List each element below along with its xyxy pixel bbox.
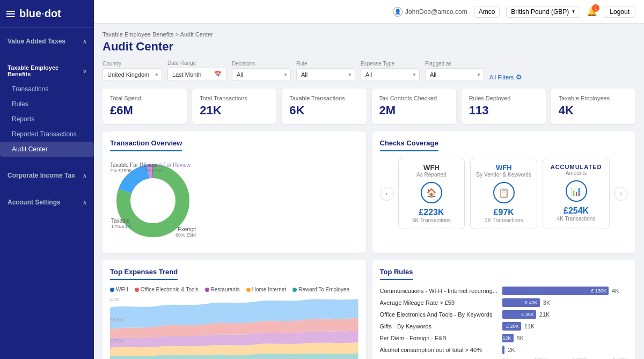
coverage-amount: £223K [404, 208, 459, 217]
coverage-item-1: WFH By Vendor & Keywords 📋 £97K 3K Trans… [470, 158, 537, 229]
rule-name: Office Electronics And Tools - By Keywor… [380, 311, 498, 318]
notification-button[interactable]: 🔔 1 [587, 6, 597, 17]
kpi-value: £6M [110, 104, 179, 118]
kpi-card-5: Taxable Employees 4K [551, 89, 635, 124]
all-filters-button[interactable]: All Filters ⚙ [489, 73, 522, 81]
sidebar-item-reported-transactions[interactable]: Reported Transactions [0, 127, 94, 142]
sidebar-header: blue·dot [0, 0, 94, 28]
rule-name: Gifts - By Keywords [380, 323, 498, 329]
user-email: JohnDoe@amco.com [405, 8, 467, 16]
donut-chart-container: Exempt For Review 1% £75K Taxable For Re… [110, 158, 358, 245]
coverage-title: WFH [404, 164, 459, 172]
checks-coverage-title: Checks Coverage [380, 139, 438, 151]
rule-bar-label: £ 40K [525, 300, 538, 305]
currency-button[interactable]: British Pound (GBP) ▼ [506, 6, 580, 18]
rule-bar-container: £ 3K 2K [502, 346, 628, 354]
chevron-down-icon: ∨ [83, 68, 86, 74]
table-row: Communications - WFH - Internet recurrin… [380, 287, 628, 295]
table-row: Gifts - By Keywords £ 20K 11K [380, 322, 628, 331]
filter-date-range: Date Range Last Month 📅 [167, 60, 226, 81]
expense-type-select[interactable]: All [361, 68, 420, 81]
sidebar-section-cit: Corporate Income Tax ∧ [0, 162, 94, 189]
rule-name: Per Diem - Foreign - F&B [380, 335, 498, 341]
donut-label-exempt: Exempt [175, 226, 196, 232]
rule-bar-container: £ 12K 8K [502, 334, 628, 342]
kpi-card-3: Tax Controls Checked 2M [372, 89, 456, 124]
content-area: Taxable Employee Benefits > Audit Center… [94, 24, 644, 359]
country-select[interactable]: United Kingdom [103, 68, 162, 81]
donut-label-taxable-review: Taxable For Review [110, 162, 157, 168]
rule-bar-container: £ 20K 11K [502, 322, 628, 331]
donut-label-taxable: Taxable [111, 218, 131, 224]
filter-icon: ⚙ [516, 73, 522, 81]
kpi-label: Rules Deployed [469, 95, 538, 101]
donut-chart: Exempt For Review 1% £75K Taxable For Re… [110, 158, 196, 245]
rule-bar-label: £ 20K [506, 324, 519, 329]
trend-legend: WFHOffice Electronic & ToolsRestaurantsH… [110, 287, 358, 292]
rules-table: Communications - WFH - Internet recurrin… [380, 287, 628, 354]
kpi-value: 113 [469, 104, 538, 118]
breadcrumb: Taxable Employee Benefits > Audit Center [103, 31, 635, 38]
table-row: Office Electronics And Tools - By Keywor… [380, 310, 628, 319]
rule-bar: £ 12K [502, 334, 514, 342]
chevron-up-icon-cit: ∧ [83, 173, 86, 179]
sidebar-account-header[interactable]: Account Settings ∧ [0, 194, 94, 210]
rule-bar: £ 35K [502, 310, 536, 319]
table-row: Per Diem - Foreign - F&B £ 12K 8K [380, 334, 628, 342]
legend-dot-4 [292, 288, 297, 292]
rule-count: 3K [543, 299, 559, 306]
coverage-icon: 📋 [493, 182, 515, 203]
legend-dot-1 [135, 288, 139, 292]
coverage-icon: 🏠 [421, 182, 442, 203]
top-rules-title: Top Rules [380, 268, 413, 280]
menu-icon[interactable] [6, 11, 15, 17]
rule-bar-label: £ 3K [493, 347, 503, 353]
sidebar-teb-header[interactable]: Taxable Employee Benefits ∨ [0, 60, 94, 82]
chevron-up-icon: ∧ [83, 39, 86, 45]
carousel-next-button[interactable]: › [614, 187, 628, 201]
rule-bar-label: £ 35K [521, 312, 534, 317]
page-title: Audit Center [103, 40, 635, 54]
main-area: 👤 JohnDoe@amco.com Amco British Pound (G… [94, 0, 644, 359]
company-button[interactable]: Amco [474, 6, 500, 18]
breadcrumb-current: Audit Center [180, 31, 213, 38]
kpi-label: Taxable Transactions [289, 95, 358, 101]
table-row: Alcohol consumption out of total > 40% £… [380, 346, 628, 354]
sidebar-item-rules[interactable]: Rules [0, 97, 94, 112]
carousel-prev-button[interactable]: ‹ [380, 187, 394, 201]
notification-badge: 1 [592, 4, 599, 12]
logout-button[interactable]: Logout [604, 6, 635, 18]
rule-bar-label: £ 12K [499, 335, 511, 341]
sidebar-item-reports[interactable]: Reports [0, 112, 94, 127]
sidebar-cit-header[interactable]: Corporate Income Tax ∧ [0, 167, 94, 184]
sidebar-item-audit-center[interactable]: Audit Center [0, 142, 94, 157]
rule-bar-container: £ 40K 3K [502, 298, 628, 307]
legend-dot-3 [246, 288, 251, 292]
kpi-value: 2M [379, 104, 449, 118]
rule-bar-container: £ 130K 4K [502, 287, 628, 295]
top-section: Transaction Overview [103, 131, 635, 253]
coverage-item-0: WFH As Reported 🏠 £223K 5K Transactions [398, 158, 465, 229]
breadcrumb-parent[interactable]: Taxable Employee Benefits [103, 31, 174, 38]
coverage-subtitle: As Reported [404, 172, 459, 178]
coverage-transactions: 4K Transactions [548, 216, 604, 222]
flagged-as-select[interactable]: All [425, 68, 484, 81]
legend-item-4: Reward To Employee [292, 287, 349, 292]
decisions-select[interactable]: All [232, 68, 291, 81]
filter-expense-type: Expense Type All [361, 61, 420, 81]
sidebar-item-transactions[interactable]: Transactions [0, 82, 94, 97]
transaction-overview-title: Transaction Overview [110, 139, 182, 151]
rule-bar-container: £ 35K 21K [502, 310, 628, 319]
sidebar-vat-header[interactable]: Value Added Taxes ∧ [0, 33, 94, 49]
coverage-amount: £254K [548, 206, 604, 216]
rule-select[interactable]: All [296, 68, 355, 81]
rule-count: 4K [612, 288, 628, 294]
kpi-label: Taxable Employees [559, 95, 628, 101]
table-row: Average Mileage Rate > £59 £ 40K 3K [380, 298, 628, 307]
top-expenses-title: Top Expenses Trend [110, 268, 178, 280]
date-range-picker[interactable]: Last Month 📅 [167, 68, 226, 81]
filter-rule: Rule All [296, 61, 355, 81]
kpi-label: Total Spend [110, 95, 179, 101]
coverage-transactions: 3K Transactions [476, 217, 531, 223]
kpi-card-0: Total Spend £6M [103, 89, 187, 124]
